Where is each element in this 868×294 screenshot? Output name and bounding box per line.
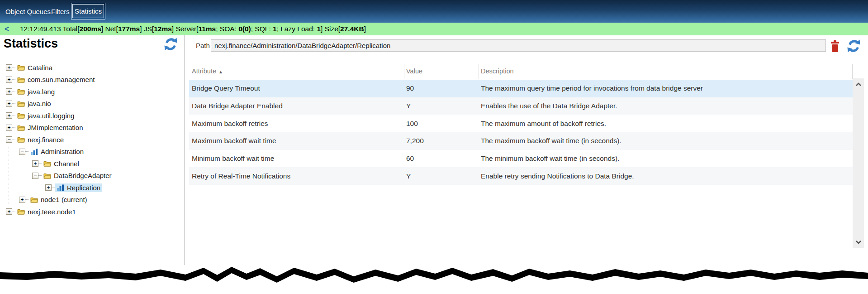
tree-item-label: node1 (current) [41,196,87,203]
tree-connector [12,140,15,140]
description-cell: Enables the use of the Data Bridge Adapt… [481,102,617,110]
tree-node[interactable]: JMImplementation [15,123,85,132]
delete-button[interactable] [830,40,840,53]
tree-node[interactable]: node1 (current) [28,195,89,204]
expand-icon[interactable]: + [6,112,12,119]
tree-connector [12,92,15,92]
tree-node[interactable]: Administration [28,147,85,156]
tree-item-databridgeadapter[interactable]: −DataBridgeAdapter [0,170,185,182]
tree-node[interactable]: Catalina [15,63,54,72]
tree-item-replication[interactable]: +Replication [0,182,185,194]
value-column-header[interactable]: Value [406,67,422,75]
status-segment: 177ms [118,25,140,33]
value-cell: 7,200 [406,137,424,145]
expand-icon[interactable]: + [45,184,52,191]
status-segment: 1 [317,25,321,33]
expand-icon[interactable]: + [6,101,12,107]
status-segment: ; SOA: [216,25,238,33]
status-segment: ] [364,25,366,33]
attribute-cell: Retry of Real-Time Notifications [192,172,290,180]
sidebar-refresh-button[interactable] [163,37,178,52]
tree-connector [25,151,28,152]
collapse-icon[interactable]: − [6,136,12,143]
scroll-down-button[interactable] [853,237,864,247]
status-segment: ; Lazy Load: [277,25,317,33]
tree-item-java-lang[interactable]: +java.lang [0,86,185,98]
folder-icon [43,160,51,167]
tree-item-label: Replication [67,184,100,192]
chevron-down-icon [855,240,862,244]
path-input[interactable] [211,39,826,52]
table-row[interactable]: Minimum backoff wait time60The minimum b… [189,150,853,168]
tree-item-com-sun-management[interactable]: +com.sun.management [0,74,185,86]
scroll-up-button[interactable] [853,79,864,89]
tree-connector [52,188,55,188]
expand-icon[interactable]: + [6,88,12,95]
column-divider [479,64,479,79]
description-cell: The minimum backoff wait time (in second… [481,154,619,163]
folder-icon [17,112,25,119]
description-cell: The maximum amount of backoff retries. [481,120,606,128]
folder-icon [17,125,25,131]
tree-item-java-util-logging[interactable]: +java.util.logging [0,110,185,122]
expand-icon[interactable]: + [19,197,25,203]
tree-connector [12,67,15,68]
chevron-up-icon [855,82,862,87]
bar-chart-icon [57,184,64,191]
status-segment: ; SQL: [251,25,273,33]
back-button[interactable]: < [5,24,20,34]
tree-node[interactable]: Channel [42,159,81,168]
expand-icon[interactable]: + [32,160,38,167]
tree-connector [25,199,28,200]
tree-node[interactable]: nexj.finance [15,135,66,144]
main-refresh-button[interactable] [846,39,861,53]
table-row[interactable]: Bridge Query Timeout90The maximum query … [189,80,853,97]
tab-filters[interactable]: Filters [51,0,70,23]
tree-item-label: nexj.teee.node1 [28,208,76,216]
value-cell: 100 [406,120,418,128]
tree-item-nexj-finance[interactable]: −nexj.finance [0,134,185,146]
tree-item-channel[interactable]: +Channel [0,158,185,170]
expand-icon[interactable]: + [6,64,12,71]
tree-item-node1-current[interactable]: +node1 (current) [0,194,185,206]
attribute-column-label: Attribute [192,67,216,75]
table-row[interactable]: Maximum backoff wait time7,200The maximu… [189,132,853,150]
tree-item-jmimplementation[interactable]: +JMImplementation [0,122,185,134]
tree-node[interactable]: DataBridgeAdapter [42,171,114,180]
tree-indent-guide [4,146,17,158]
tree-item-administration[interactable]: −Administration [0,146,185,158]
table-row[interactable]: Maximum backoff retries100The maximum am… [189,115,853,132]
tree-indent-guide [17,158,30,170]
tree-connector [38,164,42,164]
tree-indent-guide [4,194,17,206]
tree-item-nexj-teee-node1[interactable]: +nexj.teee.node1 [0,206,185,218]
description-cell: The maximum query time period for invoca… [481,84,703,92]
expand-icon[interactable]: + [6,208,12,215]
table-row[interactable]: Retry of Real-Time NotificationsYEnable … [189,167,853,185]
status-segment: ] JS[ [140,25,154,33]
tree-item-label: DataBridgeAdapter [54,172,112,179]
tree-connector [12,103,15,104]
tree-node[interactable]: java.util.logging [15,111,76,120]
tree-item-label: JMImplementation [28,124,83,131]
tree-item-label: nexj.finance [28,136,64,144]
collapse-icon[interactable]: − [32,173,38,179]
tree-node[interactable]: com.sun.management [15,75,96,84]
tree-item-catalina[interactable]: +Catalina [0,62,185,74]
vertical-scrollbar[interactable] [853,78,864,248]
table-row[interactable]: Data Bridge Adapter EnabledYEnables the … [189,97,853,115]
tab-statistics[interactable]: Statistics [71,3,105,19]
collapse-icon[interactable]: − [19,149,25,155]
expand-icon[interactable]: + [6,125,12,131]
tree-node[interactable]: nexj.teee.node1 [15,207,78,216]
tree-node[interactable]: java.lang [15,87,57,96]
tree-item-java-nio[interactable]: +java.nio [0,98,185,110]
description-column-header[interactable]: Description [481,67,514,75]
status-segment: 12:12:49.413 Total[ [20,25,80,33]
tree-node[interactable]: java.nio [15,99,53,108]
tree-node[interactable]: Replication [55,183,102,192]
status-segment: 0(0) [238,25,251,33]
expand-icon[interactable]: + [6,77,12,83]
attribute-column-header[interactable]: Attribute▲ [192,67,223,75]
tab-object-queues[interactable]: Object Queues [5,0,51,23]
